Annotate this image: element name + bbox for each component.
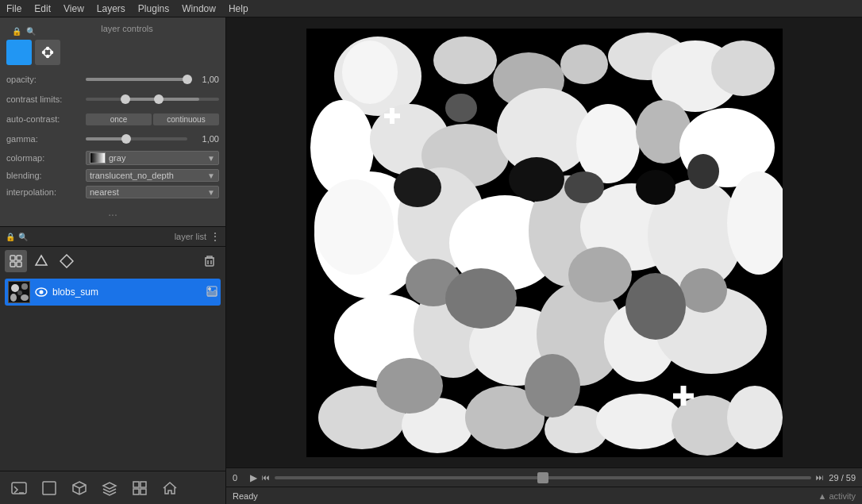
status-bar: Ready ▲ activity (226, 487, 862, 504)
viewer-area: 0 ▶ ⏮ ⏭ 29 / 59 Ready ▲ activity (226, 17, 862, 504)
svg-point-35 (433, 37, 497, 84)
transform-button[interactable] (35, 40, 60, 65)
controls-mini-icons: 🔒 🔍 layer controls (6, 22, 219, 40)
interpolation-select[interactable]: nearest ▼ (86, 186, 219, 198)
menu-layers[interactable]: Layers (90, 2, 132, 16)
menu-file[interactable]: File (0, 2, 28, 16)
svg-point-71 (727, 386, 783, 449)
svg-point-73 (568, 247, 632, 302)
svg-point-15 (11, 284, 19, 292)
menu-window[interactable]: Window (175, 2, 222, 16)
window-button[interactable] (37, 475, 62, 501)
svg-point-83 (445, 94, 477, 122)
more-dots: ... (6, 202, 219, 221)
svg-rect-26 (43, 482, 56, 494)
svg-point-57 (509, 157, 564, 202)
lock-icon: 🔒 (11, 25, 22, 37)
svg-point-34 (342, 40, 398, 104)
opacity-label: opacity: (6, 75, 86, 84)
gamma-slider[interactable] (86, 137, 187, 140)
playback-end-buttons: ⏭ (816, 473, 824, 482)
svg-rect-5 (10, 256, 15, 260)
svg-point-37 (560, 44, 608, 84)
colormap-value: gray (109, 153, 204, 163)
svg-point-17 (10, 294, 17, 302)
controls-toolbar (6, 40, 219, 65)
activity-label: ▲ activity (818, 491, 856, 501)
layers-button[interactable] (97, 475, 122, 501)
move-button[interactable] (6, 40, 32, 65)
console-button[interactable] (6, 475, 32, 501)
3d-button[interactable] (67, 475, 92, 501)
layer-list-header: 🔒 🔍 layer list ⋮ (0, 227, 225, 247)
layer-visibility-button[interactable] (33, 284, 49, 300)
end-button[interactable]: ⏭ (816, 473, 824, 482)
canvas-container[interactable] (226, 17, 862, 467)
contrast-row: contrast limits: (6, 91, 219, 107)
svg-point-1 (47, 48, 49, 50)
gamma-label: gamma: (6, 134, 86, 144)
svg-rect-7 (10, 262, 15, 267)
points-tool-button[interactable] (5, 250, 27, 272)
blending-value: translucent_no_depth (90, 171, 207, 180)
svg-point-79 (445, 268, 517, 329)
grid-button[interactable] (127, 475, 152, 501)
opacity-row: opacity: 1,00 (6, 71, 219, 87)
colormap-label: colormap: (6, 153, 86, 163)
layer-item[interactable]: blobs_sum (5, 279, 221, 306)
playback-slider[interactable] (275, 476, 811, 479)
play-button[interactable]: ▶ (250, 472, 257, 483)
delete-layer-button[interactable] (198, 250, 221, 272)
svg-rect-28 (133, 482, 139, 487)
layer-controls-title: layer controls (40, 24, 214, 33)
svg-point-21 (40, 290, 44, 294)
step-back-button[interactable]: ⏮ (262, 473, 270, 482)
colormap-swatch (90, 152, 106, 164)
svg-point-4 (43, 52, 45, 54)
svg-point-85 (687, 154, 719, 189)
svg-marker-10 (60, 255, 73, 267)
blending-arrow: ▼ (207, 171, 215, 180)
svg-point-23 (209, 287, 211, 290)
svg-rect-6 (17, 256, 21, 260)
once-button[interactable]: once (86, 113, 152, 125)
lock2-icon: 🔒 (5, 231, 16, 242)
gamma-slider-container (86, 137, 187, 140)
svg-point-19 (17, 290, 22, 295)
contrast-slider[interactable] (86, 98, 219, 101)
menu-edit[interactable]: Edit (28, 2, 57, 16)
home-button[interactable] (157, 475, 183, 501)
svg-point-56 (394, 167, 441, 207)
svg-point-2 (51, 52, 53, 54)
menu-plugins[interactable]: Plugins (132, 2, 175, 16)
gamma-row: gamma: 1,00 (6, 131, 219, 147)
colormap-row: colormap: gray ▼ (6, 151, 219, 165)
svg-point-74 (679, 268, 727, 313)
colormap-select[interactable]: gray ▼ (86, 151, 219, 165)
search2-icon: 🔍 (17, 231, 29, 242)
menu-help[interactable]: Help (222, 2, 255, 16)
contrast-slider-container (86, 98, 219, 101)
interpolation-arrow: ▼ (207, 188, 215, 197)
blending-select[interactable]: translucent_no_depth ▼ (86, 169, 219, 182)
left-panel: 🔒 🔍 layer controls (0, 17, 226, 504)
polygon-tool-button[interactable] (30, 250, 52, 272)
main-area: 🔒 🔍 layer controls (0, 17, 862, 504)
menu-view[interactable]: View (57, 2, 90, 16)
autocontrast-row: auto-contrast: once continuous (6, 111, 219, 127)
layer-list-menu-button[interactable]: ⋮ (210, 230, 221, 243)
layer-name: blobs_sum (52, 287, 203, 298)
layer-list-section: 🔒 🔍 layer list ⋮ (0, 227, 225, 471)
layer-items-container: blobs_sum (0, 275, 225, 471)
shapes-tool-button[interactable] (56, 250, 78, 272)
continuous-button[interactable]: continuous (153, 113, 219, 125)
svg-point-45 (576, 104, 640, 183)
colormap-arrow: ▼ (207, 154, 215, 163)
opacity-value: 1,00 (190, 75, 219, 84)
opacity-slider[interactable] (86, 78, 187, 81)
svg-point-84 (564, 171, 604, 203)
layer-list-title: layer list (29, 232, 206, 241)
svg-rect-11 (206, 258, 214, 266)
menubar: File Edit View Layers Plugins Window Hel… (0, 0, 862, 17)
layer-thumbnail (8, 281, 30, 303)
